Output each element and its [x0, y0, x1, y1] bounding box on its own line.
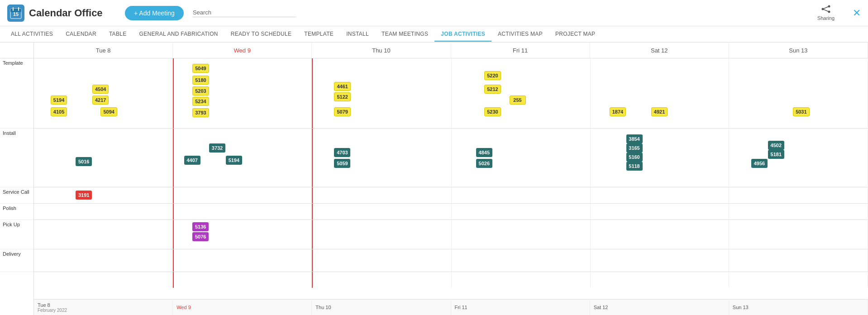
row-label-header: [0, 43, 33, 58]
chip-4461[interactable]: 4461: [334, 82, 350, 91]
chip-5194b[interactable]: 5194: [226, 156, 242, 165]
svg-line-8: [823, 6, 829, 9]
day-header-sat12: Sat 12: [590, 43, 729, 58]
day-header-fri11: Fri 11: [451, 43, 590, 58]
chip-255[interactable]: 255: [510, 95, 526, 105]
tab-job-activities[interactable]: JOB ACTIVITIES: [434, 27, 491, 42]
chip-5079[interactable]: 5079: [334, 107, 350, 116]
chip-5136[interactable]: 5136: [192, 222, 209, 231]
chip-5212[interactable]: 5212: [484, 85, 501, 94]
chip-5026[interactable]: 5026: [476, 159, 492, 168]
chip-5076[interactable]: 5076: [192, 232, 209, 241]
grid-area: Tue 8 Wed 9 Thu 10 Fri 11 Sat 12 Sun 13: [34, 43, 868, 315]
chip-1874[interactable]: 1874: [610, 107, 626, 116]
tab-template[interactable]: TEMPLATE: [298, 27, 340, 42]
footer-thu10: Thu 10: [312, 300, 451, 315]
chip-3165[interactable]: 3165: [626, 143, 643, 153]
tab-calendar[interactable]: CALENDAR: [59, 27, 103, 42]
tab-install[interactable]: INSTALL: [340, 27, 375, 42]
tab-team-meetings[interactable]: TEAM MEETINGS: [375, 27, 434, 42]
chip-5203[interactable]: 5203: [192, 86, 209, 95]
day-headers: Tue 8 Wed 9 Thu 10 Fri 11 Sat 12 Sun 13: [34, 43, 868, 58]
footer-date-label-sun: Sun 13: [733, 305, 864, 310]
chip-5049[interactable]: 5049: [192, 64, 209, 73]
nav-tabs: ALL ACTIVITIES CALENDAR TABLE GENERAL AN…: [0, 26, 868, 43]
row-label-polish: Polish: [0, 204, 33, 220]
tab-table[interactable]: TABLE: [103, 27, 133, 42]
footer-month: February 2022: [38, 308, 169, 313]
tab-activities-map[interactable]: ACTIVITIES MAP: [491, 27, 549, 42]
row-label-pickup: Pick Up: [0, 220, 33, 249]
footer-tue8: Tue 8 February 2022: [34, 300, 173, 315]
day-header-sun13: Sun 13: [729, 43, 868, 58]
chip-3854[interactable]: 3854: [626, 134, 643, 143]
app-title: Calendar Office: [29, 7, 103, 19]
footer-date-label-thu: Thu 10: [315, 305, 447, 310]
col-sat12: [591, 58, 730, 288]
row-label-install: Install: [0, 129, 33, 187]
chip-3793[interactable]: 3793: [192, 108, 209, 117]
tab-ready-to-schedule[interactable]: READY TO SCHEDULE: [224, 27, 298, 42]
footer-date-label: Tue 8: [38, 302, 169, 308]
chip-5181[interactable]: 5181: [768, 150, 784, 159]
chip-4217[interactable]: 4217: [92, 95, 109, 105]
tab-all-activities[interactable]: ALL ACTIVITIES: [5, 27, 59, 42]
sharing-label: Sharing: [817, 15, 835, 21]
chip-4105[interactable]: 4105: [51, 107, 67, 116]
footer-date-label-fri: Fri 11: [455, 305, 586, 310]
search-area: Search: [193, 9, 296, 17]
row-label-delivery: Delivery: [0, 249, 33, 272]
chip-5094[interactable]: 5094: [100, 107, 117, 116]
sharing-icon: [821, 5, 831, 15]
footer-dates: Tue 8 February 2022 Wed 9 Thu 10 Fri 11 …: [34, 299, 868, 315]
chip-5031[interactable]: 5031: [793, 107, 809, 116]
footer-date-label-sat: Sat 12: [594, 305, 725, 310]
chip-5122[interactable]: 5122: [334, 92, 350, 101]
svg-line-9: [823, 9, 829, 12]
chip-5230[interactable]: 5230: [484, 107, 501, 116]
col-thu10: [313, 58, 452, 288]
tab-project-map[interactable]: PROJECT MAP: [549, 27, 601, 42]
chip-5180[interactable]: 5180: [192, 76, 209, 85]
chip-3191[interactable]: 3191: [76, 191, 92, 200]
search-input[interactable]: [214, 9, 296, 16]
col-fri11: [452, 58, 591, 288]
close-button[interactable]: ✕: [853, 7, 861, 19]
chip-4845[interactable]: 4845: [476, 148, 492, 157]
row-labels: Template Install Service Call Polish Pic…: [0, 43, 34, 315]
footer-wed9: Wed 9: [173, 300, 312, 315]
col-sun13: [729, 58, 868, 288]
row-label-service: Service Call: [0, 187, 33, 204]
footer-sun13: Sun 13: [729, 300, 868, 315]
chip-5160[interactable]: 5160: [626, 153, 643, 162]
svg-text:15: 15: [13, 11, 19, 17]
search-label: Search: [193, 9, 211, 16]
footer-sat12: Sat 12: [590, 300, 729, 315]
grid-body: 5194 4217 4504 4105 5094 5049 5180 5203 …: [34, 58, 868, 288]
chip-4921[interactable]: 4921: [651, 107, 668, 116]
sharing-area[interactable]: Sharing: [817, 5, 835, 21]
calendar-container: Template Install Service Call Polish Pic…: [0, 43, 868, 315]
chip-4502[interactable]: 4502: [768, 141, 784, 150]
chip-4703[interactable]: 4703: [334, 148, 350, 157]
chip-5016[interactable]: 5016: [76, 157, 92, 166]
chip-5118[interactable]: 5118: [626, 162, 643, 171]
chip-4504[interactable]: 4504: [92, 85, 109, 94]
chip-3732[interactable]: 3732: [209, 143, 225, 153]
tab-general-fabrication[interactable]: GENERAL AND FABRICATION: [133, 27, 224, 42]
chip-4956[interactable]: 4956: [751, 159, 768, 168]
day-header-tue8: Tue 8: [34, 43, 173, 58]
footer-date-label-wed: Wed 9: [176, 305, 308, 310]
logo-area: 15 Calendar Office: [7, 5, 116, 22]
logo-icon: 15: [7, 5, 24, 22]
row-label-template: Template: [0, 58, 33, 129]
chip-5059[interactable]: 5059: [334, 159, 350, 168]
day-header-thu10: Thu 10: [312, 43, 451, 58]
add-meeting-button[interactable]: + Add Meeting: [125, 6, 184, 20]
chip-5220[interactable]: 5220: [484, 71, 501, 80]
chip-5194[interactable]: 5194: [51, 95, 67, 105]
app-header: 15 Calendar Office + Add Meeting Search …: [0, 0, 868, 26]
day-header-wed9: Wed 9: [173, 43, 312, 58]
chip-4407[interactable]: 4407: [184, 156, 200, 165]
chip-5234[interactable]: 5234: [192, 97, 209, 106]
